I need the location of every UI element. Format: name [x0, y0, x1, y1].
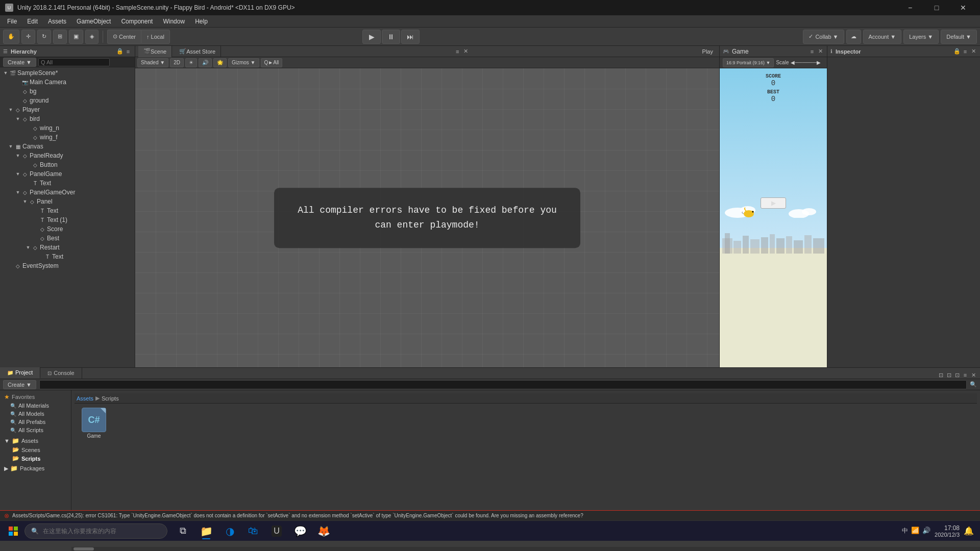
scene-view[interactable]: All compiler errors have to be fixed bef…: [135, 68, 719, 367]
menu-gameobject[interactable]: GameObject: [71, 17, 116, 26]
tree-item-panelgame[interactable]: ▼ ◇ PanelGame: [0, 169, 135, 179]
project-panel-icon1[interactable]: ⊡: [937, 371, 944, 379]
scale-tool-button[interactable]: ⊞: [53, 30, 67, 44]
tree-item-wing-f[interactable]: ◇ wing_f: [0, 133, 135, 142]
project-panel-icon2[interactable]: ⊡: [945, 371, 952, 379]
menu-help[interactable]: Help: [190, 17, 213, 26]
layers-button[interactable]: Layers ▼: [903, 30, 939, 44]
tree-item-text-restart[interactable]: T Text: [0, 252, 135, 261]
game-play-button[interactable]: ▶: [761, 197, 786, 209]
pause-button[interactable]: ⏸: [382, 30, 400, 44]
close-button[interactable]: ✕: [951, 0, 975, 15]
play-button[interactable]: ▶: [362, 30, 381, 44]
resolution-dropdown[interactable]: 16:9 Portrait (9:16) ▼: [723, 58, 774, 67]
tree-item-eventsystem[interactable]: ◇ EventSystem: [0, 261, 135, 270]
inspector-lock-button[interactable]: 🔒: [953, 48, 961, 55]
gizmos-dropdown[interactable]: Gizmos ▼: [228, 58, 259, 67]
project-panel-menu[interactable]: ≡: [962, 371, 969, 379]
scenes-folder[interactable]: 📂 Scenes: [12, 445, 67, 454]
tree-item-samplescene[interactable]: ▼ 🎬 SampleScene*: [0, 68, 135, 78]
tree-item-ground[interactable]: ◇ ground: [0, 96, 135, 105]
menu-file[interactable]: File: [2, 17, 22, 26]
game-panel-menu-button[interactable]: ≡: [808, 48, 816, 55]
tree-item-restart[interactable]: ▼ ◇ Restart: [0, 243, 135, 252]
tray-clock[interactable]: 17:08 2020/12/3: [935, 524, 960, 538]
taskbar-taskview[interactable]: ⧉: [172, 522, 194, 540]
tree-item-maincamera[interactable]: 📷 Main Camera: [0, 78, 135, 87]
minimize-button[interactable]: −: [898, 0, 922, 15]
lighting-button[interactable]: ☀: [185, 58, 197, 67]
scene-tab[interactable]: 🎬 Scene: [138, 46, 172, 57]
collab-button[interactable]: ✓ Collab ▼: [803, 30, 844, 44]
hierarchy-create-button[interactable]: Create ▼: [3, 58, 36, 67]
local-button[interactable]: ↑ Local: [141, 30, 170, 44]
tree-item-panelready[interactable]: ▼ ◇ PanelReady: [0, 151, 135, 160]
menu-assets[interactable]: Assets: [43, 17, 71, 26]
menu-component[interactable]: Component: [116, 17, 158, 26]
maximize-button[interactable]: □: [925, 0, 948, 15]
taskbar-explorer[interactable]: 📁: [195, 522, 217, 540]
move-tool-button[interactable]: ✛: [21, 30, 35, 44]
tree-item-bg[interactable]: ◇ bg: [0, 87, 135, 96]
account-button[interactable]: Account ▼: [863, 30, 902, 44]
hierarchy-lock-button[interactable]: 🔒: [116, 48, 124, 55]
inspector-menu-button[interactable]: ≡: [962, 48, 969, 55]
hierarchy-menu-button[interactable]: ≡: [125, 48, 132, 55]
tree-item-best[interactable]: ◇ Best: [0, 234, 135, 243]
tree-item-player[interactable]: ▼ ◇ Player: [0, 105, 135, 114]
audio-button[interactable]: 🔊: [199, 58, 212, 67]
step-button[interactable]: ⏭: [401, 30, 420, 44]
tree-item-text-panelgame[interactable]: T Text: [0, 179, 135, 188]
layout-button[interactable]: Default ▼: [941, 30, 977, 44]
rotate-tool-button[interactable]: ↻: [37, 30, 51, 44]
tree-item-wing-n[interactable]: ◇ wing_n: [0, 123, 135, 133]
console-tab[interactable]: ⊡ Console: [40, 367, 82, 379]
inspector-close-button[interactable]: ✕: [970, 48, 977, 55]
effects-button[interactable]: 🌟: [213, 58, 227, 67]
center-button[interactable]: ⊙ Center: [107, 30, 141, 44]
asset-store-tab[interactable]: 🛒 Asset Store: [174, 46, 221, 57]
assets-root[interactable]: ▼ 📁 Assets: [4, 436, 67, 445]
fav-all-materials[interactable]: 🔍 All Materials: [0, 402, 71, 410]
cloud-button[interactable]: ☁: [846, 30, 861, 44]
menu-edit[interactable]: Edit: [22, 17, 43, 26]
tray-lang-icon[interactable]: 中: [902, 527, 908, 535]
start-button[interactable]: [2, 522, 24, 540]
q-all-input[interactable]: Q►All: [261, 58, 283, 67]
transform-tool-button[interactable]: ◈: [85, 30, 99, 44]
scene-panel-menu-button[interactable]: ≡: [454, 48, 461, 55]
tree-item-panelgameover[interactable]: ▼ ◇ PanelGameOver: [0, 188, 135, 197]
rect-tool-button[interactable]: ▣: [69, 30, 83, 44]
tree-item-text-2[interactable]: T Text (1): [0, 215, 135, 224]
tree-item-button[interactable]: ◇ Button: [0, 160, 135, 169]
taskbar-search-bar[interactable]: 🔍: [24, 523, 167, 539]
game-panel-close-button[interactable]: ✕: [817, 48, 824, 55]
project-panel-close[interactable]: ✕: [970, 371, 977, 379]
breadcrumb-scripts[interactable]: Scripts: [102, 395, 119, 402]
project-panel-icon3[interactable]: ⊡: [953, 371, 961, 379]
tray-volume-icon[interactable]: 🔊: [922, 527, 930, 535]
notification-icon[interactable]: 🔔: [964, 526, 974, 536]
taskbar-unity-app[interactable]: U: [265, 522, 288, 540]
tray-wifi-icon[interactable]: 📶: [911, 527, 919, 535]
hierarchy-search-input[interactable]: [38, 58, 110, 66]
menu-window[interactable]: Window: [158, 17, 190, 26]
taskbar-search-input[interactable]: [43, 528, 161, 535]
tree-item-text-1[interactable]: T Text: [0, 206, 135, 215]
packages-root[interactable]: ▶ 📁 Packages: [4, 463, 67, 473]
tree-item-score[interactable]: ◇ Score: [0, 224, 135, 234]
fav-all-scripts[interactable]: 🔍 All Scripts: [0, 426, 71, 434]
tree-item-canvas[interactable]: ▼ ▦ Canvas: [0, 142, 135, 151]
hand-tool-button[interactable]: ✋: [3, 30, 19, 44]
project-create-button[interactable]: Create ▼: [3, 380, 36, 389]
tree-item-bird[interactable]: ▼ ◇ bird: [0, 114, 135, 123]
search-icon-button[interactable]: 🔍: [970, 381, 977, 388]
shaded-dropdown[interactable]: Shaded ▼: [137, 58, 168, 67]
2d-button[interactable]: 2D: [170, 58, 184, 67]
scripts-folder[interactable]: 📂 Scripts: [12, 454, 67, 463]
tree-item-panel[interactable]: ▼ ◇ Panel: [0, 197, 135, 206]
breadcrumb-assets[interactable]: Assets: [77, 395, 93, 402]
fav-all-models[interactable]: 🔍 All Models: [0, 410, 71, 418]
project-search-input[interactable]: [39, 380, 967, 389]
taskbar-firefox[interactable]: 🦊: [312, 522, 335, 540]
